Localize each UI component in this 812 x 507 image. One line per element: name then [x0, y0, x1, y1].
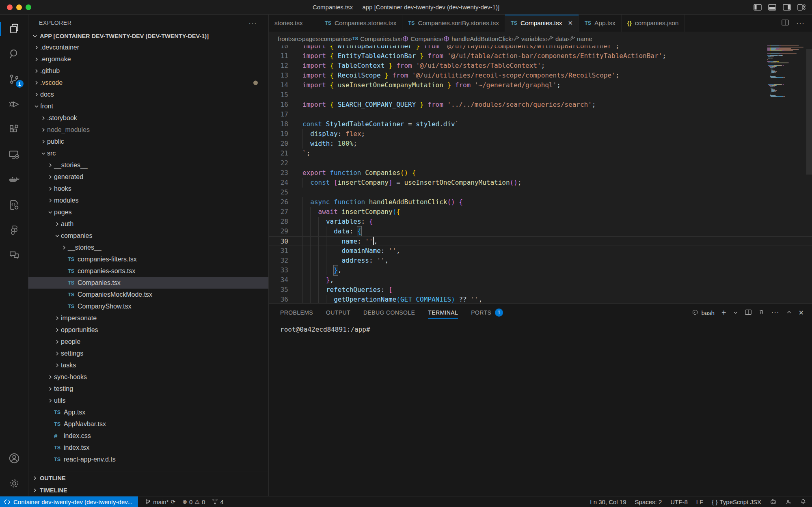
- eol-status[interactable]: LF: [696, 498, 704, 505]
- tree-folder-impersonate[interactable]: impersonate: [28, 312, 268, 324]
- git-branch-status[interactable]: main* ⟳: [145, 498, 175, 505]
- tree-folder--vscode[interactable]: .vscode: [28, 77, 268, 88]
- terminal[interactable]: root@0a42ecd84891:/app#: [269, 321, 812, 496]
- explorer-icon[interactable]: [0, 16, 28, 41]
- panel-tab-debug-console[interactable]: DEBUG CONSOLE: [363, 304, 415, 321]
- feedback-icon[interactable]: [785, 499, 792, 505]
- toggle-primary-sidebar-icon[interactable]: [754, 4, 762, 11]
- docker-icon[interactable]: [0, 167, 28, 192]
- remote-indicator[interactable]: Container dev-twenty-dev (dev-twenty-dev…: [0, 496, 138, 507]
- tree-folder-testing[interactable]: testing: [28, 383, 268, 395]
- tree-folder-generated[interactable]: generated: [28, 171, 268, 183]
- kill-terminal-icon[interactable]: [758, 309, 764, 316]
- terminal-dropdown-icon[interactable]: [733, 309, 738, 316]
- tree-file-companies-sorts-tsx[interactable]: TScompanies-sorts.tsx: [28, 265, 268, 277]
- source-control-icon[interactable]: 1: [0, 67, 28, 92]
- forwarded-ports-status[interactable]: 4: [212, 498, 223, 505]
- tree-folder-front[interactable]: front: [28, 100, 268, 112]
- tree-folder-src[interactable]: src: [28, 147, 268, 159]
- indentation-status[interactable]: Spaces: 2: [635, 498, 662, 505]
- breadcrumb-item-handleaddbuttonclick[interactable]: handleAddButtonClick: [443, 35, 512, 42]
- tree-folder-settings[interactable]: settings: [28, 347, 268, 359]
- tree-file-companyshow-tsx[interactable]: TSCompanyShow.tsx: [28, 300, 268, 312]
- tree-file-index-css[interactable]: #index.css: [28, 430, 268, 442]
- tree-folder--github[interactable]: .github: [28, 65, 268, 77]
- dev-container-config-icon[interactable]: [0, 192, 28, 218]
- zoom-window-button[interactable]: [26, 4, 31, 10]
- timeline-section-header[interactable]: TIMELINE: [28, 484, 268, 496]
- tree-file-companies-tsx[interactable]: TSCompanies.tsx: [28, 277, 268, 289]
- workspace-section-header[interactable]: APP [CONTAINER DEV-TWENTY-DEV (DEV-TWENT…: [28, 31, 268, 41]
- close-tab-icon[interactable]: ✕: [568, 19, 573, 27]
- remote-explorer-icon[interactable]: [0, 142, 28, 167]
- panel-tab-ports[interactable]: PORTS1: [471, 304, 503, 321]
- code-editor[interactable]: 10import { WithTopBarContainer } from '@…: [269, 45, 812, 303]
- encoding-status[interactable]: UTF-8: [670, 498, 688, 505]
- extensions-icon[interactable]: [0, 117, 28, 142]
- tree-folder--storybook[interactable]: .storybook: [28, 112, 268, 124]
- close-window-button[interactable]: [7, 4, 13, 10]
- breadcrumb-item-name[interactable]: name: [569, 35, 592, 42]
- comments-icon[interactable]: [0, 243, 28, 268]
- tree-folder-people[interactable]: people: [28, 336, 268, 347]
- panel-tab-terminal[interactable]: TERMINAL: [428, 304, 458, 321]
- tab-stories-tsx[interactable]: stories.tsx: [269, 15, 319, 32]
- tree-folder--ergomake[interactable]: .ergomake: [28, 53, 268, 65]
- more-actions-icon[interactable]: ···: [796, 19, 805, 28]
- tree-folder-auth[interactable]: auth: [28, 218, 268, 230]
- breadcrumb-item-companies[interactable]: companies: [321, 35, 350, 42]
- split-terminal-icon[interactable]: [745, 309, 752, 316]
- close-panel-icon[interactable]: ✕: [799, 309, 804, 317]
- breadcrumb-item-variables[interactable]: variables: [514, 35, 546, 42]
- tree-folder-hooks[interactable]: hooks: [28, 183, 268, 194]
- breadcrumb-item-pages[interactable]: pages: [302, 35, 319, 42]
- search-icon[interactable]: [0, 41, 28, 67]
- breadcrumb-item-companies[interactable]: Companies: [402, 35, 441, 42]
- maximize-panel-icon[interactable]: [786, 309, 792, 316]
- tree-folder--stories-[interactable]: __stories__: [28, 242, 268, 253]
- new-terminal-icon[interactable]: +: [721, 308, 726, 317]
- toggle-secondary-sidebar-icon[interactable]: [783, 4, 791, 11]
- tree-file-app-tsx[interactable]: TSApp.tsx: [28, 406, 268, 418]
- tab-app-tsx[interactable]: TSApp.tsx: [579, 15, 622, 32]
- tree-folder-tasks[interactable]: tasks: [28, 359, 268, 371]
- shell-selector[interactable]: bash: [692, 309, 715, 316]
- tree-folder-opportunities[interactable]: opportunities: [28, 324, 268, 336]
- cursor-position-status[interactable]: Ln 30, Col 19: [590, 498, 626, 505]
- tree-folder-modules[interactable]: modules: [28, 194, 268, 206]
- breadcrumb-item-front[interactable]: front: [278, 35, 290, 42]
- customize-layout-icon[interactable]: [797, 4, 806, 11]
- figma-icon[interactable]: [0, 218, 28, 243]
- panel-more-actions-icon[interactable]: ···: [771, 309, 780, 317]
- tree-folder-public[interactable]: public: [28, 136, 268, 147]
- copilot-icon[interactable]: [770, 499, 777, 505]
- split-editor-icon[interactable]: [782, 19, 789, 27]
- minimize-window-button[interactable]: [16, 4, 22, 10]
- tree-folder--devcontainer[interactable]: .devcontainer: [28, 41, 268, 53]
- tree-file-index-tsx[interactable]: TSindex.tsx: [28, 442, 268, 453]
- settings-gear-icon[interactable]: [0, 471, 28, 496]
- panel-tab-problems[interactable]: PROBLEMS: [280, 304, 313, 321]
- accounts-icon[interactable]: [0, 446, 28, 471]
- tree-file-companies-filters-tsx[interactable]: TScompanies-filters.tsx: [28, 253, 268, 265]
- tree-folder--stories-[interactable]: __stories__: [28, 159, 268, 171]
- tree-file-appnavbar-tsx[interactable]: TSAppNavbar.tsx: [28, 418, 268, 430]
- tree-folder-utils[interactable]: utils: [28, 395, 268, 406]
- breadcrumb-item-data[interactable]: data: [548, 35, 567, 42]
- outline-section-header[interactable]: OUTLINE: [28, 472, 268, 484]
- tab-companies-sortby-stories-tsx[interactable]: TSCompanies.sortBy.stories.tsx: [402, 15, 505, 32]
- tree-file-react-app-env-d-ts[interactable]: TSreact-app-env.d.ts: [28, 453, 268, 465]
- editor-scrollbar[interactable]: [806, 49, 812, 175]
- tree-folder-companies[interactable]: companies: [28, 230, 268, 242]
- language-mode-status[interactable]: { } TypeScript JSX: [712, 498, 761, 505]
- tab-companies-json[interactable]: {}companies.json: [622, 15, 685, 32]
- notifications-bell-icon[interactable]: [800, 498, 806, 505]
- tree-folder-node-modules[interactable]: node_modules: [28, 124, 268, 136]
- problems-status[interactable]: ⊗ 0 ⚠ 0: [182, 498, 205, 505]
- run-debug-icon[interactable]: [0, 92, 28, 117]
- tree-folder-pages[interactable]: pages: [28, 206, 268, 218]
- breadcrumb-item-src[interactable]: src: [292, 35, 300, 42]
- tree-folder-sync-hooks[interactable]: sync-hooks: [28, 371, 268, 383]
- tree-file-companiesmockmode-tsx[interactable]: TSCompaniesMockMode.tsx: [28, 289, 268, 300]
- explorer-more-actions-icon[interactable]: ···: [248, 19, 257, 27]
